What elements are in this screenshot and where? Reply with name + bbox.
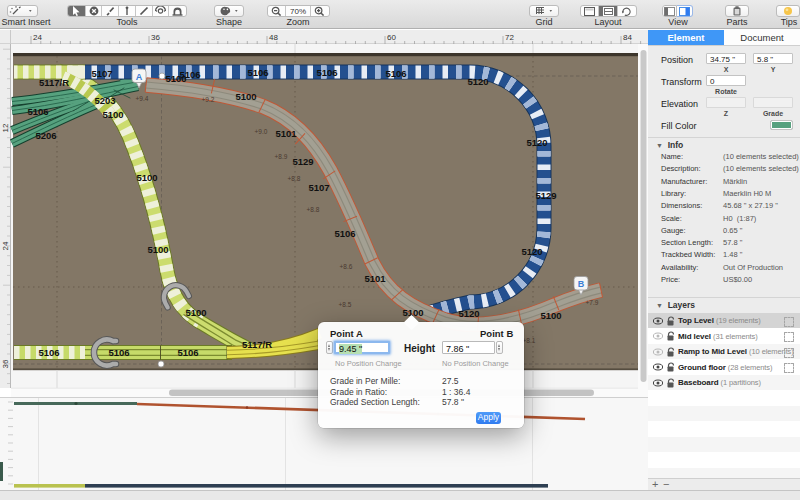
svg-text:5106: 5106: [316, 67, 337, 78]
svg-text:+8.8: +8.8: [288, 175, 301, 182]
svg-text:5106: 5106: [385, 68, 406, 79]
svg-text:B: B: [578, 279, 585, 289]
svg-text:+9.2: +9.2: [202, 96, 215, 103]
svg-text:+8.6: +8.6: [340, 263, 353, 270]
svg-text:36: 36: [151, 33, 160, 42]
svg-text:A: A: [136, 72, 143, 82]
svg-text:5100: 5100: [136, 172, 157, 183]
svg-text:5107: 5107: [308, 182, 329, 193]
svg-text:5129: 5129: [535, 190, 556, 201]
svg-text:5120: 5120: [458, 308, 479, 319]
svg-text:5100: 5100: [102, 109, 123, 120]
svg-text:+7.9: +7.9: [586, 299, 599, 306]
svg-text:48: 48: [269, 33, 278, 42]
svg-text:+9.0: +9.0: [255, 128, 268, 135]
svg-text:+8.8: +8.8: [307, 206, 320, 213]
svg-text:5106: 5106: [38, 347, 59, 358]
svg-text:+8.1: +8.1: [523, 337, 536, 344]
svg-text:5100: 5100: [185, 307, 206, 318]
svg-text:+9.4: +9.4: [136, 95, 149, 102]
svg-text:5101: 5101: [364, 273, 386, 284]
svg-text:5100: 5100: [165, 73, 186, 84]
svg-text:84: 84: [623, 33, 632, 42]
svg-text:5100: 5100: [147, 244, 168, 255]
svg-text:5106: 5106: [334, 228, 355, 239]
svg-text:+8.5: +8.5: [339, 301, 352, 308]
svg-text:72: 72: [505, 33, 514, 42]
svg-text:5117/R: 5117/R: [242, 339, 272, 350]
svg-text:5203: 5203: [94, 95, 115, 106]
svg-text:5106: 5106: [247, 67, 268, 78]
svg-text:5100: 5100: [540, 310, 561, 321]
svg-text:5101: 5101: [275, 128, 297, 139]
svg-text:5206: 5206: [35, 130, 56, 141]
svg-text:5120: 5120: [467, 76, 488, 87]
svg-text:5129: 5129: [292, 156, 313, 167]
svg-text:5106: 5106: [108, 347, 129, 358]
svg-text:5117/R: 5117/R: [39, 77, 69, 88]
svg-text:60: 60: [387, 33, 396, 42]
svg-text:5120: 5120: [521, 246, 542, 257]
svg-text:5100: 5100: [235, 91, 256, 102]
svg-text:+8.9: +8.9: [275, 153, 288, 160]
svg-text:5120: 5120: [526, 137, 547, 148]
svg-text:5106: 5106: [27, 106, 48, 117]
svg-text:5107: 5107: [91, 68, 112, 79]
svg-text:5106: 5106: [177, 347, 198, 358]
svg-text:24: 24: [33, 33, 42, 42]
